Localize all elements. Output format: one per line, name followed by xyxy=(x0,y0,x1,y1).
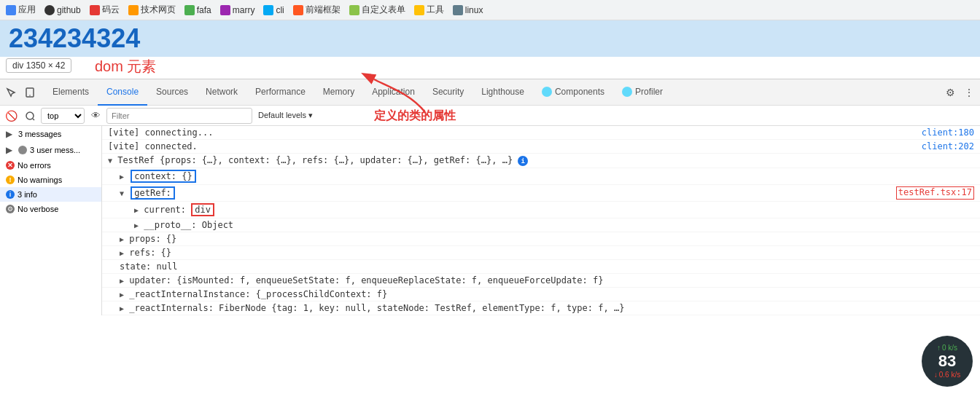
context-text: ▶ context: {} xyxy=(120,170,974,183)
expand-props-icon[interactable]: ▶ xyxy=(120,235,124,243)
expand-react-internal-icon[interactable]: ▶ xyxy=(120,291,124,299)
console-line-current: ▶ current: div xyxy=(102,202,980,218)
tab-performance[interactable]: Performance xyxy=(246,79,314,106)
svg-line-3 xyxy=(33,119,34,120)
react-internals-text: ▶ _reactInternals: FiberNode {tag: 1, ke… xyxy=(120,303,974,313)
bookmark-github[interactable]: github xyxy=(44,5,81,15)
console-sidebar: ▶ 3 messages ▶ 3 user mess... ✕ No error… xyxy=(0,126,102,315)
props-text: ▶ props: {} xyxy=(120,234,974,244)
clear-console-icon[interactable]: 🚫 xyxy=(3,108,19,124)
console-line-react-internals: ▶ _reactInternals: FiberNode {tag: 1, ke… xyxy=(102,302,980,315)
default-levels-button[interactable]: Default levels ▾ xyxy=(258,111,313,120)
tab-components[interactable]: Components xyxy=(533,79,613,106)
updater-text: ▶ updater: {isMounted: f, enqueueSetStat… xyxy=(120,275,974,285)
bookmark-github-label: github xyxy=(57,5,81,15)
bookmark-gongju-label: 工具 xyxy=(427,4,444,16)
bookmark-qianduan-label: 前端框架 xyxy=(306,4,341,16)
devtools-tabs-bar: Elements Console Sources Network Perform… xyxy=(0,79,980,106)
sidebar-warnings[interactable]: ! No warnings xyxy=(0,173,101,187)
qianduan-icon xyxy=(293,5,303,15)
tab-application[interactable]: Application xyxy=(363,79,424,106)
apps-icon xyxy=(6,5,16,15)
client202-source[interactable]: client:202 xyxy=(922,141,974,151)
console-line-ismounted: isMounted: (...) xyxy=(102,315,980,316)
bookmark-jishu[interactable]: 技术网页 xyxy=(128,4,176,16)
sidebar-messages[interactable]: ▶ 3 messages xyxy=(0,126,101,142)
bookmark-qianduan[interactable]: 前端框架 xyxy=(293,4,341,16)
expand-messages-icon[interactable]: ▶ xyxy=(6,129,12,139)
jishu-icon xyxy=(128,5,139,15)
bookmark-zidingyi[interactable]: 自定义表单 xyxy=(349,4,405,16)
sidebar-errors-label: No errors xyxy=(18,161,51,170)
expand-getref-icon[interactable]: ▼ xyxy=(120,189,124,197)
tab-lighthouse[interactable]: Lighthouse xyxy=(472,79,533,106)
bookmark-gongju[interactable]: 工具 xyxy=(414,4,444,16)
react-internal-text: ▶ _reactInternalInstance: {_processChild… xyxy=(120,289,974,299)
bookmark-apps[interactable]: 应用 xyxy=(6,4,36,16)
bookmark-apps-label: 应用 xyxy=(18,4,36,16)
sidebar-verbose[interactable]: ⚙ No verbose xyxy=(0,202,101,216)
bookmark-cli[interactable]: cli xyxy=(263,5,284,15)
console-toolbar: 🚫 top 👁 Default levels ▾ xyxy=(0,106,980,126)
sidebar-warnings-label: No warnings xyxy=(18,176,62,184)
page-title: 234234324 xyxy=(9,23,140,54)
expand-testref-icon[interactable]: ▼ xyxy=(108,157,112,165)
state-text: state: null xyxy=(120,261,974,272)
vite-connected-text: [vite] connected. xyxy=(108,141,916,151)
device-icon[interactable] xyxy=(22,84,38,101)
devtools-panel: Elements Console Sources Network Perform… xyxy=(0,79,980,315)
eye-icon[interactable]: 👁 xyxy=(88,108,104,124)
expand-context-icon[interactable]: ▶ xyxy=(120,173,124,181)
inspect-icon[interactable] xyxy=(3,84,19,101)
dom-tooltip: div 1350 × 42 xyxy=(6,58,71,73)
expand-refs-icon[interactable]: ▶ xyxy=(120,249,124,257)
error-icon: ✕ xyxy=(6,161,15,170)
refs-text: ▶ refs: {} xyxy=(120,248,974,258)
context-select[interactable]: top xyxy=(41,108,85,124)
tab-console[interactable]: Console xyxy=(98,79,147,106)
bookmark-linux[interactable]: linux xyxy=(453,5,483,15)
tab-profiler[interactable]: Profiler xyxy=(613,79,672,106)
console-line-proto-object: ▶ __proto__: Object xyxy=(102,218,980,232)
sidebar-user-messages[interactable]: ▶ 3 user mess... xyxy=(0,142,101,158)
vite-connecting-text: [vite] connecting... xyxy=(108,127,916,138)
more-icon[interactable]: ⋮ xyxy=(961,84,977,101)
getref-text: ▼ getRef: xyxy=(120,186,890,200)
filter-input[interactable] xyxy=(106,108,252,124)
expand-updater-icon[interactable]: ▶ xyxy=(120,277,124,285)
testref-tsx-source[interactable]: testRef.tsx:17 xyxy=(896,186,974,200)
client180-source[interactable]: client:180 xyxy=(922,127,974,138)
bookmark-myyun-label: 码云 xyxy=(102,4,120,16)
gongju-icon xyxy=(414,5,424,15)
tab-memory[interactable]: Memory xyxy=(314,79,363,106)
console-line-refs: ▶ refs: {} xyxy=(102,246,980,260)
bookmark-jishu-label: 技术网页 xyxy=(141,4,176,16)
info-badge: i xyxy=(518,156,528,166)
console-line-react-internal: ▶ _reactInternalInstance: {_processChild… xyxy=(102,288,980,302)
tab-network[interactable]: Network xyxy=(197,79,246,106)
tab-sources[interactable]: Sources xyxy=(147,79,197,106)
console-line-updater: ▶ updater: {isMounted: f, enqueueSetStat… xyxy=(102,274,980,288)
tab-elements[interactable]: Elements xyxy=(44,79,98,106)
expand-proto-icon[interactable]: ▶ xyxy=(134,221,139,229)
github-icon xyxy=(44,5,55,15)
expand-user-icon[interactable]: ▶ xyxy=(6,145,12,155)
console-line-props: ▶ props: {} xyxy=(102,232,980,246)
bookmark-myyun[interactable]: 码云 xyxy=(90,4,120,16)
sidebar-user-label: 3 user mess... xyxy=(30,146,80,154)
settings-icon[interactable]: ⚙ xyxy=(942,84,958,101)
expand-current-icon[interactable]: ▶ xyxy=(134,206,139,214)
filter-icon[interactable] xyxy=(22,108,38,124)
info-icon: i xyxy=(6,190,15,199)
expand-react-internals-icon[interactable]: ▶ xyxy=(120,304,124,312)
sidebar-info[interactable]: i 3 info xyxy=(0,187,101,202)
devtools-icons-left xyxy=(3,84,38,101)
tab-security[interactable]: Security xyxy=(424,79,472,106)
user-messages-icon xyxy=(18,146,27,154)
marry-icon xyxy=(220,5,230,15)
sidebar-errors[interactable]: ✕ No errors xyxy=(0,158,101,173)
bookmark-fafa[interactable]: fafa xyxy=(184,5,211,15)
bookmark-marry[interactable]: marry xyxy=(220,5,255,15)
myyun-icon xyxy=(90,5,100,15)
current-div-red-box: div xyxy=(191,203,214,216)
